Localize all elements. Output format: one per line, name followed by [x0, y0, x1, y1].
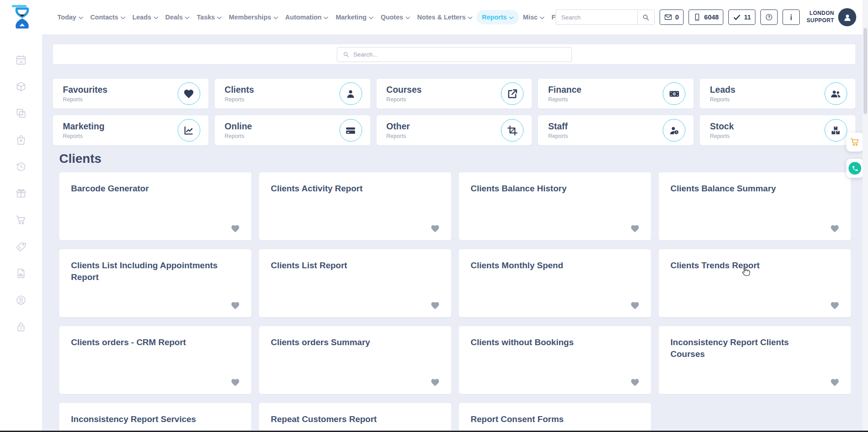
favourite-heart-icon[interactable] — [830, 224, 840, 233]
chevron-down-icon — [369, 16, 373, 19]
category-card-finance[interactable]: FinanceReports0 — [538, 79, 693, 109]
report-card[interactable]: Report Consent Forms — [459, 403, 651, 432]
favourite-heart-icon[interactable] — [430, 301, 440, 310]
report-card[interactable]: Inconsistency Report Services — [59, 403, 251, 432]
floating-widgets — [846, 133, 863, 178]
sidebar-gift-icon[interactable] — [15, 188, 27, 199]
info-button[interactable] — [783, 9, 800, 25]
report-title: Barcode Generator — [71, 183, 219, 195]
report-card[interactable]: Clients without Bookings — [459, 326, 651, 394]
sidebar-cart-icon[interactable] — [15, 214, 27, 226]
favourite-heart-icon[interactable] — [630, 224, 640, 233]
report-card[interactable]: Clients Trends Report — [659, 249, 851, 317]
category-card-leads[interactable]: LeadsReports — [700, 79, 855, 109]
nav-item-deals[interactable]: Deals — [162, 10, 193, 24]
report-card[interactable]: Clients List Including Appointments Repo… — [59, 249, 251, 317]
category-card-marketing[interactable]: MarketingReports — [53, 115, 208, 145]
sms-button[interactable]: 6048 — [689, 9, 723, 25]
chevron-down-icon — [274, 16, 278, 19]
scrollbar-thumb[interactable] — [863, 28, 867, 114]
category-card-online[interactable]: OnlineReports — [215, 115, 370, 145]
avatar[interactable] — [838, 8, 856, 26]
nav-item-reports[interactable]: Reports — [476, 10, 519, 24]
sidebar-cube-icon[interactable] — [15, 81, 27, 92]
nav-item-automation[interactable]: Automation — [282, 10, 332, 24]
chevron-down-icon — [324, 16, 328, 19]
user-name: LONDON SUPPORT — [807, 10, 834, 24]
category-card-clients[interactable]: ClientsReports — [215, 79, 370, 109]
report-card[interactable]: Clients Activity Report — [259, 172, 451, 240]
report-card[interactable]: Clients orders - CRM Report — [59, 326, 251, 394]
cart-widget[interactable] — [846, 133, 863, 152]
report-card[interactable]: Barcode Generator — [59, 172, 251, 240]
nav-item-marketing[interactable]: Marketing — [332, 10, 377, 24]
question-icon — [765, 13, 773, 21]
category-card-favourites[interactable]: FavouritesReports — [53, 79, 208, 109]
favourite-heart-icon[interactable] — [630, 301, 640, 310]
section-title: Clients — [59, 152, 855, 166]
nav-item-today[interactable]: Today — [54, 10, 86, 24]
favourite-heart-icon[interactable] — [230, 224, 241, 233]
sidebar-account-circle-icon[interactable] — [15, 294, 27, 306]
report-card[interactable]: Clients Balance Summary — [659, 172, 851, 240]
nav-label: Quotes — [381, 14, 403, 21]
report-card[interactable]: Clients List Report — [259, 249, 451, 317]
crop-icon — [501, 119, 524, 142]
favourite-heart-icon[interactable] — [630, 378, 640, 387]
category-subtitle: Reports — [548, 96, 581, 103]
report-title: Clients orders - CRM Report — [71, 337, 219, 348]
header-search-button[interactable] — [637, 10, 654, 24]
favourite-heart-icon[interactable] — [230, 301, 241, 310]
scrollbar-track[interactable] — [863, 0, 868, 431]
category-subtitle: Reports — [225, 133, 252, 139]
mobile-icon — [693, 13, 701, 21]
favourite-heart-icon[interactable] — [230, 378, 241, 387]
main-content: FavouritesReportsClientsReportsCoursesRe… — [42, 34, 868, 432]
category-card-stock[interactable]: StockReports — [700, 115, 855, 145]
favourite-heart-icon[interactable] — [430, 378, 440, 387]
sidebar-price-tag-icon[interactable]: $ — [15, 241, 27, 252]
sidebar-document-chart-icon[interactable] — [15, 268, 27, 279]
search-icon — [642, 14, 650, 21]
sidebar-calendar-icon[interactable]: 12 — [15, 54, 27, 66]
report-title: Repeat Customers Report — [271, 413, 419, 425]
sidebar-copy-icon[interactable] — [15, 108, 27, 119]
messages-button[interactable]: 0 — [660, 9, 684, 25]
phone-icon — [852, 165, 859, 172]
category-title: Marketing — [63, 121, 104, 132]
header-search-input[interactable] — [556, 14, 637, 21]
report-card[interactable]: Repeat Customers Report — [259, 403, 451, 432]
category-card-staff[interactable]: StaffReports — [538, 115, 693, 145]
category-card-other[interactable]: OtherReports — [377, 115, 532, 145]
category-subtitle: Reports — [63, 96, 108, 103]
top-bar: TodayContactsLeadsDealsTasksMembershipsA… — [0, 0, 868, 34]
phone-widget[interactable] — [846, 159, 863, 178]
favourite-heart-icon[interactable] — [830, 378, 840, 387]
report-search-input[interactable] — [354, 51, 566, 58]
nav-item-leads[interactable]: Leads — [129, 10, 161, 24]
report-card[interactable]: Clients Monthly Spend — [459, 249, 651, 317]
report-title: Clients orders Summary — [271, 337, 419, 348]
sidebar-history-icon[interactable] — [15, 161, 27, 172]
favourite-heart-icon[interactable] — [830, 301, 840, 310]
report-card[interactable]: Inconsistency Report Clients Courses — [659, 326, 851, 394]
sidebar-lock-icon[interactable] — [15, 321, 27, 332]
category-grid: FavouritesReportsClientsReportsCoursesRe… — [53, 79, 855, 145]
favourite-heart-icon[interactable] — [430, 224, 440, 233]
category-card-courses[interactable]: CoursesReports — [377, 79, 532, 109]
nav-item-notes-letters[interactable]: Notes & Letters — [414, 10, 476, 24]
nav-item-quotes[interactable]: Quotes — [377, 10, 413, 24]
help-button[interactable] — [760, 9, 778, 25]
report-card[interactable]: Clients orders Summary — [259, 326, 451, 394]
nav-item-contacts[interactable]: Contacts — [87, 10, 128, 24]
app-logo[interactable] — [11, 4, 33, 30]
user-menu[interactable]: LONDON SUPPORT — [807, 8, 856, 26]
svg-text:$: $ — [19, 246, 21, 250]
tasks-button[interactable]: 11 — [728, 9, 755, 25]
nav-item-memberships[interactable]: Memberships — [226, 10, 281, 24]
sidebar-shopping-bag-icon[interactable] — [15, 134, 27, 146]
report-card[interactable]: Clients Balance History — [459, 172, 651, 240]
nav-item-tasks[interactable]: Tasks — [193, 10, 225, 24]
nav-item-misc[interactable]: Misc — [520, 10, 547, 24]
main-nav: TodayContactsLeadsDealsTasksMembershipsA… — [54, 0, 570, 34]
